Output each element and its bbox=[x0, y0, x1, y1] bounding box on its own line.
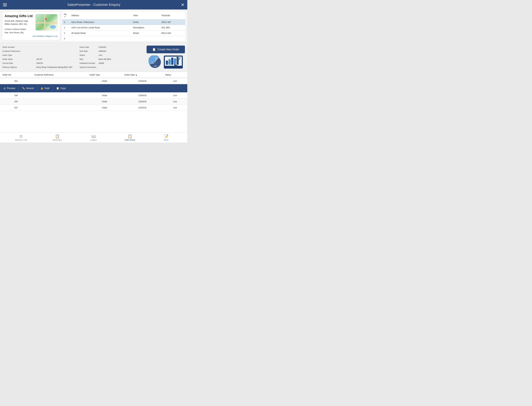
create-new-order-button[interactable]: 📋 Create New Order bbox=[147, 46, 185, 53]
address-no: 1 bbox=[62, 25, 70, 30]
col-customer-ref: Customer Reference bbox=[32, 72, 87, 78]
col-postcode: Postcode bbox=[160, 12, 185, 19]
field-value bbox=[35, 45, 80, 49]
field-value: 192.97 bbox=[35, 57, 80, 61]
nav-icon: 📋 bbox=[55, 134, 60, 138]
rep-name: John Brown (JB) bbox=[9, 31, 23, 34]
svg-rect-9 bbox=[177, 57, 179, 65]
order-status: Live bbox=[163, 105, 187, 111]
field-label: Cancel Date bbox=[2, 61, 35, 65]
nav-label: Balances / Info bbox=[15, 139, 27, 141]
app-header: SalesPresenter - Customer Enquiry ✕ bbox=[0, 0, 187, 9]
svg-rect-15 bbox=[174, 64, 175, 67]
field-label: Order Value bbox=[2, 57, 35, 61]
create-order-area: 📋 Create New Order 55% 35% 10% bbox=[144, 44, 187, 70]
main-content: Amazing Gifts Ltd 📍 Grove Ash, Dawson ro… bbox=[0, 9, 187, 132]
nav-label: Backorders bbox=[53, 139, 62, 141]
nav-label: Notes bbox=[164, 139, 168, 141]
action-buttons: 🖨 Preview✏️ Amend🔒 Hold📋 Copy bbox=[0, 85, 187, 91]
nav-icon: 📋 bbox=[128, 134, 132, 138]
nav-item-notes[interactable]: 📝 Notes bbox=[160, 134, 172, 141]
customer-card: Amazing Gifts Ltd 📍 Grove Ash, Dawson ro… bbox=[2, 12, 60, 40]
col-order-type: Order Type bbox=[87, 72, 122, 78]
address-postcode bbox=[160, 36, 185, 41]
address-row[interactable]: 1 Unit7 Lea Ind Est, Leeds Road Birmingh… bbox=[62, 25, 185, 30]
map-thumbnail: 📍 bbox=[36, 14, 58, 30]
address-street: Derry Road, Potterytown bbox=[70, 19, 131, 25]
svg-text:55%: 55% bbox=[177, 56, 179, 57]
nav-item-ledgers[interactable]: 📖 Ledgers bbox=[88, 134, 100, 141]
order-no: 251 bbox=[0, 78, 32, 84]
bottom-nav: ⚖ Balances / Info 📋 Backorders 📖 Ledgers… bbox=[0, 132, 187, 143]
action-hold-button[interactable]: 🔒 Hold bbox=[37, 85, 53, 91]
action-preview-button[interactable]: 🖨 Preview bbox=[0, 85, 19, 91]
address-no: 0 bbox=[62, 19, 70, 25]
col-town: Town bbox=[131, 12, 160, 19]
col-order-date[interactable]: Order Date ▲ bbox=[122, 72, 163, 78]
field-label: Database Number bbox=[80, 61, 97, 65]
hamburger-menu[interactable] bbox=[3, 3, 7, 6]
order-no: 250 bbox=[0, 99, 32, 105]
order-icon: 📋 bbox=[152, 48, 156, 51]
field-value: 10009 bbox=[97, 61, 142, 65]
svg-text:15%: 15% bbox=[179, 56, 180, 57]
address-no: 2 bbox=[62, 30, 70, 36]
field-label: Order Type bbox=[2, 53, 35, 57]
nav-icon: ⚖ bbox=[19, 134, 23, 138]
pie-chart: 55% 35% 10% bbox=[149, 55, 162, 69]
order-no: 249 bbox=[0, 93, 32, 99]
action-copy-button[interactable]: 📋 Copy bbox=[53, 85, 69, 91]
address-row[interactable]: 3 bbox=[62, 36, 185, 41]
address-table: No. ▼ Address Town Postcode 0 Derry Road… bbox=[62, 12, 185, 41]
order-type: Order bbox=[87, 99, 122, 105]
nav-item-backorders[interactable]: 📋 Backorders bbox=[52, 134, 63, 141]
address-no: 3 bbox=[62, 36, 70, 41]
customer-ref bbox=[32, 105, 87, 111]
table-row[interactable]: 251 Order 12/04/18 Live bbox=[0, 78, 187, 84]
customer-ref bbox=[32, 78, 87, 84]
svg-point-18 bbox=[180, 57, 180, 58]
field-value: Derry Road, Potterytown,Derby,DE22 1BT bbox=[35, 65, 80, 69]
nav-item-balances-info[interactable]: ⚖ Balances / Info bbox=[15, 134, 27, 141]
svg-text:55%: 55% bbox=[151, 62, 154, 64]
address-postcode: DE22 1BT bbox=[160, 19, 185, 25]
address-town: Derby bbox=[131, 19, 160, 25]
orders-table-header: Order No. Customer Reference Order Type … bbox=[0, 72, 187, 78]
address-town: Bristol bbox=[131, 30, 160, 36]
customer-email[interactable]: demokit@blue-alligator.co.uk bbox=[33, 35, 58, 38]
field-value bbox=[35, 53, 80, 57]
field-label: Special Instructions bbox=[80, 65, 97, 69]
svg-rect-8 bbox=[174, 58, 176, 65]
orders-table-section[interactable]: Order No. Customer Reference Order Type … bbox=[0, 72, 187, 132]
field-value: 12/04/18 bbox=[97, 45, 142, 49]
hold-icon: 🔒 bbox=[40, 87, 43, 90]
col-no[interactable]: No. ▼ bbox=[62, 12, 70, 19]
amend-icon: ✏️ bbox=[22, 87, 25, 90]
orders-table: Order No. Customer Reference Order Type … bbox=[0, 72, 187, 111]
address-town: Birmingham bbox=[131, 25, 160, 30]
address-table-section: No. ▼ Address Town Postcode 0 Derry Road… bbox=[62, 9, 187, 43]
order-fields: Order NumberOrder Date12/04/18Customer R… bbox=[0, 44, 144, 70]
table-row[interactable]: 247 Order 12/04/18 Live bbox=[0, 105, 187, 111]
close-button[interactable]: ✕ bbox=[181, 2, 184, 7]
field-label: Rep bbox=[80, 57, 97, 61]
svg-point-20 bbox=[174, 62, 174, 63]
order-status: Live bbox=[163, 93, 187, 99]
order-date: 12/04/18 bbox=[122, 105, 163, 111]
address-street bbox=[70, 36, 131, 41]
order-status: Live bbox=[163, 78, 187, 84]
address-street: 45 David Street bbox=[70, 30, 131, 36]
action-amend-button[interactable]: ✏️ Amend bbox=[19, 85, 37, 91]
address-row[interactable]: 2 45 David Street Bristol BS12 4AS bbox=[62, 30, 185, 36]
table-row[interactable]: 250 Order 12/04/18 Live bbox=[0, 99, 187, 105]
customer-ref bbox=[32, 99, 87, 105]
sort-icon: ▼ bbox=[64, 16, 66, 18]
field-value bbox=[97, 65, 142, 69]
address-row[interactable]: 0 Derry Road, Potterytown Derby DE22 1BT bbox=[62, 19, 185, 25]
order-type: Order bbox=[87, 78, 122, 84]
contact-name: Andrew Faulkes bbox=[12, 28, 26, 30]
nav-item-order-history[interactable]: 📋 Order History bbox=[124, 134, 136, 141]
table-row[interactable]: 249 Order 12/04/18 Live bbox=[0, 93, 187, 99]
analytics-icon: 55% 15% 10% 25% bbox=[164, 55, 183, 69]
field-label: Order Number bbox=[2, 45, 35, 49]
